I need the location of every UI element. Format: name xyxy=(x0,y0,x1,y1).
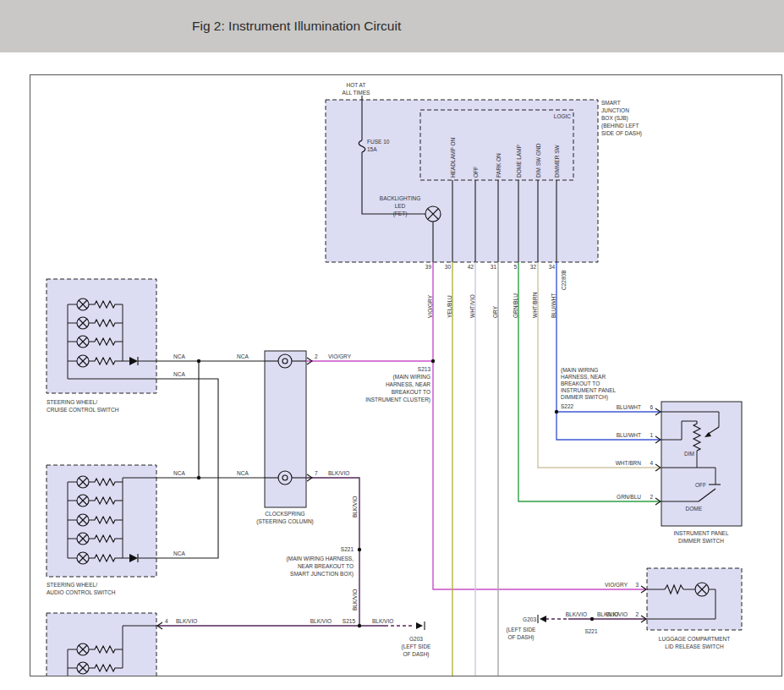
all-times-label: ALL TIMES xyxy=(343,90,371,96)
splice-note: INSTRUMENT CLUSTER) xyxy=(365,397,430,403)
sjb-pin-label: 5 xyxy=(513,264,517,270)
luggage-switch-label: LUGGAGE COMPARTMENT xyxy=(659,636,730,642)
splice-label: S221 xyxy=(341,546,354,552)
splice-label: S215 xyxy=(343,618,356,624)
backlighting-label: BACKLIGHTING xyxy=(380,195,420,201)
sjb-pin-label: 31 xyxy=(491,264,497,270)
wire-color-label: BLK/VIO xyxy=(352,589,358,611)
splice-note: HARNESS, NEAR xyxy=(386,381,430,387)
wire-color-label: VIO/GRY xyxy=(427,294,433,318)
pin-label: 6 xyxy=(650,404,653,410)
sjb-name-line: SIDE OF DASH) xyxy=(601,130,642,137)
pin-label: 3 xyxy=(635,582,639,588)
dimmer-switch-label: INSTRUMENT PANEL xyxy=(673,530,729,536)
wire-color-label: BLU/WHT xyxy=(551,293,556,318)
figure-page: Fig 2: Instrument Illumination Circuit xyxy=(0,0,784,690)
nca-label: NCA xyxy=(173,353,185,359)
wire-color-label: GRN/BLU xyxy=(513,293,518,318)
ground-label: G203 xyxy=(409,636,423,642)
wire-color-label: BLK/VIO xyxy=(328,470,349,476)
hot-at-label: HOT AT xyxy=(347,82,366,88)
pin-label: 4 xyxy=(165,618,168,624)
sjb-pin-label: 30 xyxy=(445,264,452,270)
pin-label: 2 xyxy=(635,611,639,617)
wire-color-label: VIO/GRY xyxy=(605,582,628,588)
wire-color-label: GRN/BLU xyxy=(617,494,641,500)
cruise-switch-label: STEERING WHEEL/ xyxy=(47,399,97,405)
lower-switch-box xyxy=(47,613,156,681)
dimmer-switch-label: DIMMER SWITCH xyxy=(678,538,724,544)
wire-color-label: GRY xyxy=(492,305,498,318)
pin-label: 2 xyxy=(650,494,653,500)
wire-color-label: BLK/VIO xyxy=(606,611,628,617)
wire-color-label: YEL/BLU xyxy=(447,295,452,318)
splice-note: NEAR BREAKOUT TO xyxy=(298,563,354,569)
nca-label: NCA xyxy=(237,353,249,359)
splice-label: S213 xyxy=(418,366,431,372)
sjb-name-line: (BEHIND LEFT xyxy=(601,123,639,129)
sjb-name-line: BOX (SJB) xyxy=(601,115,628,122)
audio-switch-label: AUDIO CONTROL SWITCH xyxy=(47,589,116,595)
smart-junction-box xyxy=(326,100,598,262)
logic-output-label: HEADLAMP ON xyxy=(450,137,456,178)
pin-label: 1 xyxy=(650,432,653,438)
wire-color-label: BLK/VIO xyxy=(566,611,587,617)
pin-label: 4 xyxy=(650,460,653,466)
sjb-name-line: SMART xyxy=(601,100,621,106)
fuse-rating-label: 15A xyxy=(367,146,377,152)
splice-note: (MAIN WIRING xyxy=(561,367,598,374)
wire-color-label: VIO/GRY xyxy=(328,353,352,359)
wire-color-label: BLK/VIO xyxy=(310,618,332,624)
logic-output-label: OFF xyxy=(473,167,479,178)
connector-label: C2280B xyxy=(561,271,567,291)
logic-output-label: DOME LAMP xyxy=(516,145,522,178)
splice-note: BREAKOUT TO xyxy=(392,389,430,395)
ground-note: (LEFT SIDE xyxy=(507,627,537,633)
ground-note: (LEFT SIDE xyxy=(402,643,432,650)
nca-label: NCA xyxy=(173,470,185,476)
clockspring-box xyxy=(265,351,306,507)
logic-output-label: DIM SW GND xyxy=(535,143,541,178)
wiring-diagram: HOT AT ALL TIMES FUSE 10 15A SMART JUNCT… xyxy=(0,0,784,690)
dome-label: DOME xyxy=(686,506,703,512)
ground-note: OF DASH) xyxy=(507,634,534,641)
wire-color-label: BLK/VIO xyxy=(372,618,393,624)
nca-label: NCA xyxy=(237,470,249,476)
clockspring-label: (STEERING COLUMN) xyxy=(256,518,314,525)
backlighting-label: (FET) xyxy=(393,211,408,217)
sjb-pin-label: 34 xyxy=(549,264,556,270)
nca-label: NCA xyxy=(173,550,185,556)
clockspring-pin-label: 2 xyxy=(315,353,318,359)
logic-output-label: DIMMER SW xyxy=(554,145,560,178)
wire-color-label: WHT/BRN xyxy=(532,292,538,318)
logic-output-label: PARK ON xyxy=(496,153,502,178)
splice-note: (MAIN WIRING HARNESS, xyxy=(287,556,354,562)
dim-label: DIM xyxy=(684,451,694,457)
sjb-name-line: JUNCTION xyxy=(601,107,629,113)
logic-label: LOGIC xyxy=(554,113,572,119)
splice-note: DIMMER SWITCH) xyxy=(561,394,608,401)
ground-note: OF DASH) xyxy=(403,651,429,658)
wire-color-label: WHT/BRN xyxy=(616,460,642,466)
luggage-switch-label: LID RELEASE SWITCH xyxy=(665,643,724,649)
cruise-switch-box xyxy=(47,279,156,393)
sjb-pin-label: 39 xyxy=(425,264,432,270)
nca-label: NCA xyxy=(173,371,185,377)
splice-note: BREAKOUT TO xyxy=(561,381,600,386)
sjb-pin-label: 42 xyxy=(468,264,474,270)
splice-label: S222 xyxy=(561,403,574,409)
splice-note: (MAIN WIRING xyxy=(393,374,430,381)
wire-color-label: BLU/WHT xyxy=(617,404,641,410)
wire-color-label: BLK/VIO xyxy=(176,618,197,624)
luggage-switch-box xyxy=(647,568,742,630)
backlighting-label: LED xyxy=(395,203,406,209)
ground-label: G203 xyxy=(523,616,536,622)
wire-color-label: BLK/VIO xyxy=(352,496,358,518)
splice-note: SMART JUNCTION BOX) xyxy=(290,571,354,578)
audio-switch-label: STEERING WHEEL/ xyxy=(47,582,97,588)
clockspring-label: CLOCKSPRING xyxy=(265,511,304,517)
splice-label: S221 xyxy=(584,628,598,634)
wire-color-label: BLU/WHT xyxy=(617,432,641,438)
splice-note: HARNESS, NEAR xyxy=(561,374,606,380)
clockspring-pin-label: 7 xyxy=(315,470,318,476)
